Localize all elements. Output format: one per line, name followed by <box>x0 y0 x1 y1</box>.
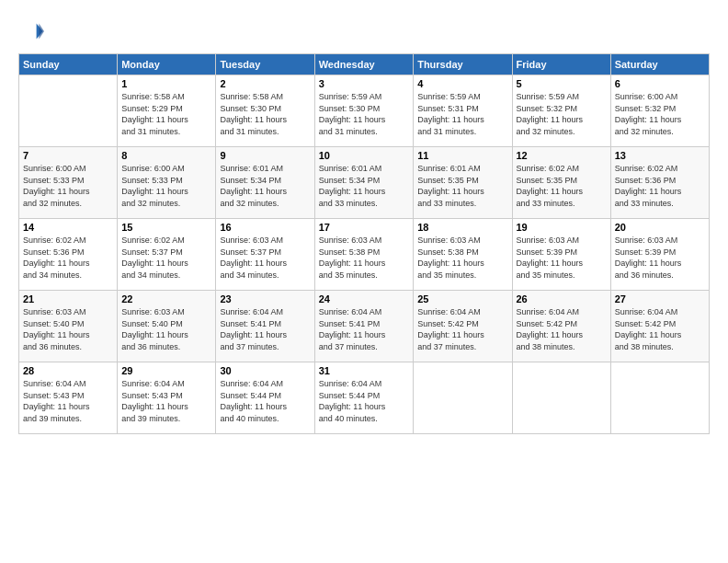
day-number: 23 <box>220 293 310 304</box>
header-cell-wednesday: Wednesday <box>314 54 413 75</box>
day-cell: 19Sunrise: 6:03 AMSunset: 5:39 PMDayligh… <box>512 219 610 291</box>
day-detail: Sunrise: 5:59 AMSunset: 5:32 PMDaylight:… <box>517 91 607 137</box>
day-cell: 1Sunrise: 5:58 AMSunset: 5:29 PMDaylight… <box>118 75 216 147</box>
day-number: 18 <box>417 222 507 233</box>
day-cell: 22Sunrise: 6:03 AMSunset: 5:40 PMDayligh… <box>118 291 216 362</box>
week-row-3: 14Sunrise: 6:02 AMSunset: 5:36 PMDayligh… <box>19 219 710 291</box>
day-detail: Sunrise: 6:00 AMSunset: 5:33 PMDaylight:… <box>121 163 211 209</box>
day-cell: 5Sunrise: 5:59 AMSunset: 5:32 PMDaylight… <box>512 75 610 147</box>
day-cell: 4Sunrise: 5:59 AMSunset: 5:31 PMDaylight… <box>414 75 512 147</box>
day-cell: 15Sunrise: 6:02 AMSunset: 5:37 PMDayligh… <box>118 219 216 291</box>
day-detail: Sunrise: 6:04 AMSunset: 5:44 PMDaylight:… <box>319 378 409 424</box>
day-number: 15 <box>121 222 211 233</box>
day-detail: Sunrise: 6:00 AMSunset: 5:33 PMDaylight:… <box>23 163 113 209</box>
day-cell: 27Sunrise: 6:04 AMSunset: 5:42 PMDayligh… <box>610 291 709 362</box>
day-number: 8 <box>121 150 211 161</box>
day-number: 25 <box>417 293 507 304</box>
day-detail: Sunrise: 6:04 AMSunset: 5:42 PMDaylight:… <box>417 306 507 352</box>
day-cell: 11Sunrise: 6:01 AMSunset: 5:35 PMDayligh… <box>414 147 512 219</box>
day-number: 31 <box>319 365 409 376</box>
day-detail: Sunrise: 6:02 AMSunset: 5:36 PMDaylight:… <box>615 163 705 209</box>
day-detail: Sunrise: 5:58 AMSunset: 5:29 PMDaylight:… <box>121 91 211 137</box>
header-cell-tuesday: Tuesday <box>216 54 314 75</box>
day-detail: Sunrise: 5:59 AMSunset: 5:30 PMDaylight:… <box>319 91 409 137</box>
day-cell: 23Sunrise: 6:04 AMSunset: 5:41 PMDayligh… <box>216 291 314 362</box>
day-detail: Sunrise: 6:04 AMSunset: 5:44 PMDaylight:… <box>220 378 310 424</box>
day-number: 26 <box>517 293 607 304</box>
day-number: 11 <box>417 150 507 161</box>
day-number: 27 <box>615 293 705 304</box>
day-cell: 31Sunrise: 6:04 AMSunset: 5:44 PMDayligh… <box>314 362 413 434</box>
day-detail: Sunrise: 6:03 AMSunset: 5:39 PMDaylight:… <box>517 235 607 281</box>
day-detail: Sunrise: 6:02 AMSunset: 5:36 PMDaylight:… <box>23 235 113 281</box>
header-row: SundayMondayTuesdayWednesdayThursdayFrid… <box>19 54 710 75</box>
header-cell-friday: Friday <box>512 54 610 75</box>
day-detail: Sunrise: 6:01 AMSunset: 5:34 PMDaylight:… <box>319 163 409 209</box>
day-cell: 16Sunrise: 6:03 AMSunset: 5:37 PMDayligh… <box>216 219 314 291</box>
day-cell: 30Sunrise: 6:04 AMSunset: 5:44 PMDayligh… <box>216 362 314 434</box>
day-detail: Sunrise: 6:00 AMSunset: 5:32 PMDaylight:… <box>615 91 705 137</box>
day-cell <box>414 362 512 434</box>
day-number: 10 <box>319 150 409 161</box>
day-detail: Sunrise: 6:03 AMSunset: 5:39 PMDaylight:… <box>615 235 705 281</box>
calendar-header: SundayMondayTuesdayWednesdayThursdayFrid… <box>19 54 710 75</box>
day-cell: 20Sunrise: 6:03 AMSunset: 5:39 PMDayligh… <box>610 219 709 291</box>
header-cell-thursday: Thursday <box>414 54 512 75</box>
day-cell <box>610 362 709 434</box>
week-row-2: 7Sunrise: 6:00 AMSunset: 5:33 PMDaylight… <box>19 147 710 219</box>
week-row-1: 1Sunrise: 5:58 AMSunset: 5:29 PMDaylight… <box>19 75 710 147</box>
day-cell: 9Sunrise: 6:01 AMSunset: 5:34 PMDaylight… <box>216 147 314 219</box>
day-number: 29 <box>121 365 211 376</box>
day-detail: Sunrise: 6:04 AMSunset: 5:42 PMDaylight:… <box>615 306 705 352</box>
day-detail: Sunrise: 6:04 AMSunset: 5:42 PMDaylight:… <box>517 306 607 352</box>
day-number: 13 <box>615 150 705 161</box>
day-detail: Sunrise: 6:03 AMSunset: 5:37 PMDaylight:… <box>220 235 310 281</box>
day-detail: Sunrise: 6:03 AMSunset: 5:40 PMDaylight:… <box>121 306 211 352</box>
day-cell: 28Sunrise: 6:04 AMSunset: 5:43 PMDayligh… <box>19 362 118 434</box>
day-detail: Sunrise: 6:03 AMSunset: 5:38 PMDaylight:… <box>319 235 409 281</box>
day-cell <box>512 362 610 434</box>
day-number: 7 <box>23 150 113 161</box>
calendar-table: SundayMondayTuesdayWednesdayThursdayFrid… <box>18 53 710 434</box>
day-detail: Sunrise: 6:02 AMSunset: 5:35 PMDaylight:… <box>517 163 607 209</box>
day-number: 4 <box>417 78 507 89</box>
day-number: 16 <box>220 222 310 233</box>
svg-marker-1 <box>39 24 44 40</box>
day-detail: Sunrise: 6:03 AMSunset: 5:40 PMDaylight:… <box>23 306 113 352</box>
day-cell: 17Sunrise: 6:03 AMSunset: 5:38 PMDayligh… <box>314 219 413 291</box>
day-number: 24 <box>319 293 409 304</box>
day-number: 17 <box>319 222 409 233</box>
day-detail: Sunrise: 6:01 AMSunset: 5:34 PMDaylight:… <box>220 163 310 209</box>
day-number: 3 <box>319 78 409 89</box>
day-number: 14 <box>23 222 113 233</box>
day-cell: 3Sunrise: 5:59 AMSunset: 5:30 PMDaylight… <box>314 75 413 147</box>
header-cell-sunday: Sunday <box>19 54 118 75</box>
day-number: 21 <box>23 293 113 304</box>
day-number: 30 <box>220 365 310 376</box>
day-cell: 25Sunrise: 6:04 AMSunset: 5:42 PMDayligh… <box>414 291 512 362</box>
day-cell: 14Sunrise: 6:02 AMSunset: 5:36 PMDayligh… <box>19 219 118 291</box>
header <box>18 18 710 44</box>
day-cell: 10Sunrise: 6:01 AMSunset: 5:34 PMDayligh… <box>314 147 413 219</box>
day-number: 1 <box>121 78 211 89</box>
day-cell: 8Sunrise: 6:00 AMSunset: 5:33 PMDaylight… <box>118 147 216 219</box>
day-number: 12 <box>517 150 607 161</box>
day-detail: Sunrise: 6:03 AMSunset: 5:38 PMDaylight:… <box>417 235 507 281</box>
week-row-4: 21Sunrise: 6:03 AMSunset: 5:40 PMDayligh… <box>19 291 710 362</box>
day-number: 22 <box>121 293 211 304</box>
day-cell: 24Sunrise: 6:04 AMSunset: 5:41 PMDayligh… <box>314 291 413 362</box>
day-number: 6 <box>615 78 705 89</box>
day-cell: 29Sunrise: 6:04 AMSunset: 5:43 PMDayligh… <box>118 362 216 434</box>
day-cell: 6Sunrise: 6:00 AMSunset: 5:32 PMDaylight… <box>610 75 709 147</box>
logo-icon <box>18 18 44 44</box>
header-cell-saturday: Saturday <box>610 54 709 75</box>
day-cell: 2Sunrise: 5:58 AMSunset: 5:30 PMDaylight… <box>216 75 314 147</box>
header-cell-monday: Monday <box>118 54 216 75</box>
day-detail: Sunrise: 6:04 AMSunset: 5:43 PMDaylight:… <box>23 378 113 424</box>
calendar-page: SundayMondayTuesdayWednesdayThursdayFrid… <box>0 0 728 563</box>
day-detail: Sunrise: 6:01 AMSunset: 5:35 PMDaylight:… <box>417 163 507 209</box>
day-cell <box>19 75 118 147</box>
day-cell: 13Sunrise: 6:02 AMSunset: 5:36 PMDayligh… <box>610 147 709 219</box>
day-number: 2 <box>220 78 310 89</box>
logo <box>18 18 48 44</box>
